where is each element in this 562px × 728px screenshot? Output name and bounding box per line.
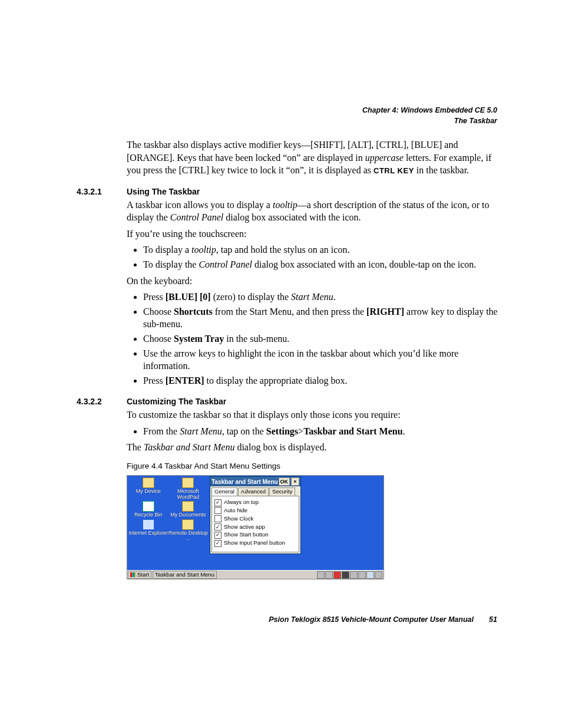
header-chapter: Chapter 4: Windows Embedded CE 5.0	[362, 105, 497, 116]
taskbar-settings-dialog: Taskbar and Start Menu OK × General Adva…	[210, 476, 301, 554]
start-button[interactable]: Start	[128, 571, 151, 579]
list-item: To display the Control Panel dialog box …	[143, 258, 501, 271]
tray-icon[interactable]	[366, 571, 374, 579]
taskbar-task-button[interactable]: Taskbar and Start Menu	[153, 571, 217, 579]
taskbar: Start Taskbar and Start Menu	[127, 570, 384, 579]
header-section: The Taskbar	[362, 116, 497, 126]
ok-button[interactable]: OK	[279, 477, 290, 486]
dialog-titlebar[interactable]: Taskbar and Start Menu OK ×	[210, 477, 300, 486]
tray-icon[interactable]	[317, 571, 325, 579]
desktop-icon-my-device[interactable]: My Device	[128, 477, 168, 500]
figure-caption: Figure 4.4 Taskbar And Start Menu Settin…	[127, 461, 501, 472]
s4322-p1: To customize the taskbar so that it disp…	[127, 409, 501, 421]
desktop-icon-wordpad[interactable]: Microsoft WordPad	[168, 477, 209, 500]
checkbox-icon[interactable]	[214, 523, 222, 531]
tray-icon[interactable]	[333, 571, 341, 579]
remote-desktop-icon	[182, 519, 194, 530]
checkbox-row-auto-hide[interactable]: Auto hide	[214, 507, 296, 515]
list-item: From the Start Menu, tap on the Settings…	[143, 425, 501, 438]
checkbox-icon[interactable]	[214, 532, 222, 539]
running-header: Chapter 4: Windows Embedded CE 5.0 The T…	[362, 105, 497, 126]
wordpad-icon	[182, 477, 194, 488]
figure-screenshot: My Device Microsoft WordPad Recycle Bin …	[127, 475, 384, 579]
section-4322-title: Customizing The Taskbar	[127, 396, 226, 407]
dialog-tabs: General Advanced Security	[210, 486, 300, 496]
tab-advanced[interactable]: Advanced	[238, 487, 269, 496]
list-item: Choose Shortcuts from the Start Menu, an…	[143, 305, 501, 331]
body-column: The taskbar also displays active modifie…	[127, 139, 501, 579]
checkbox-row-always-on-top[interactable]: Always on top	[214, 499, 296, 506]
tray-input-panel-icon[interactable]	[375, 571, 382, 579]
tab-security[interactable]: Security	[269, 487, 295, 496]
windows-flag-icon	[130, 572, 136, 577]
tray-icon[interactable]	[350, 571, 358, 579]
section-4322-heading: 4.3.2.2 Customizing The Taskbar	[77, 396, 501, 407]
checkbox-icon[interactable]	[214, 540, 222, 547]
tray-icon[interactable]	[358, 571, 366, 579]
dialog-title: Taskbar and Start Menu	[211, 478, 279, 486]
desktop-icons: My Device Microsoft WordPad Recycle Bin …	[128, 477, 208, 542]
desktop-icon-ie[interactable]: Internet Explorer	[128, 519, 168, 542]
tray-icon[interactable]	[342, 571, 349, 579]
intro-paragraph: The taskbar also displays active modifie…	[127, 139, 501, 177]
system-tray	[316, 571, 384, 579]
footer-page-number: 51	[474, 615, 497, 625]
checkbox-row-show-start-button[interactable]: Show Start button	[214, 531, 296, 539]
footer-text: Psion Teklogix 8515 Vehicle-Mount Comput…	[77, 615, 474, 625]
desktop-icon-remote-desktop[interactable]: Remote Desktop ...	[168, 519, 209, 542]
folder-icon	[182, 501, 194, 512]
s4321-keyboard-list: Press [BLUE] [0] (zero) to display the S…	[127, 291, 501, 387]
tab-page-general: Always on top Auto hide Show Clock Show …	[211, 496, 299, 552]
page-footer: Psion Teklogix 8515 Vehicle-Mount Comput…	[77, 615, 497, 625]
section-4321-heading: 4.3.2.1 Using The Taskbar	[77, 186, 501, 197]
section-4321-number: 4.3.2.1	[77, 186, 127, 197]
desktop-icon-my-documents[interactable]: My Documents	[168, 500, 209, 518]
ie-icon	[143, 519, 154, 530]
section-4322-number: 4.3.2.2	[77, 396, 127, 407]
checkbox-icon[interactable]	[214, 507, 222, 514]
desktop-icon-recycle-bin[interactable]: Recycle Bin	[128, 500, 168, 518]
s4321-p2: If you’re using the touchscreen:	[127, 228, 501, 241]
recycle-bin-icon	[143, 501, 154, 512]
tray-icon[interactable]	[325, 571, 333, 579]
section-4321-title: Using The Taskbar	[127, 186, 200, 197]
list-item: Press [ENTER] to display the appropriate…	[143, 374, 501, 387]
checkbox-icon[interactable]	[214, 499, 222, 506]
checkbox-icon[interactable]	[214, 515, 222, 522]
s4321-touch-list: To display a tooltip, tap and hold the s…	[127, 243, 501, 271]
s4321-p1: A taskbar icon allows you to display a t…	[127, 199, 501, 224]
device-icon	[143, 477, 154, 488]
tab-general[interactable]: General	[211, 487, 237, 496]
checkbox-row-show-active-app[interactable]: Show active app	[214, 523, 296, 531]
checkbox-row-show-input-panel[interactable]: Show Input Panel button	[214, 539, 296, 547]
checkbox-row-show-clock[interactable]: Show Clock	[214, 515, 296, 523]
list-item: Choose System Tray in the sub-menu.	[143, 332, 501, 345]
page: Chapter 4: Windows Embedded CE 5.0 The T…	[0, 0, 562, 728]
s4322-list: From the Start Menu, tap on the Settings…	[127, 425, 501, 438]
close-button[interactable]: ×	[291, 477, 299, 486]
list-item: Press [BLUE] [0] (zero) to display the S…	[143, 291, 501, 304]
s4322-p2: The Taskbar and Start Menu dialog box is…	[127, 441, 501, 454]
list-item: To display a tooltip, tap and hold the s…	[143, 243, 501, 256]
list-item: Use the arrow keys to highlight the icon…	[143, 347, 501, 373]
s4321-p3: On the keyboard:	[127, 275, 501, 288]
